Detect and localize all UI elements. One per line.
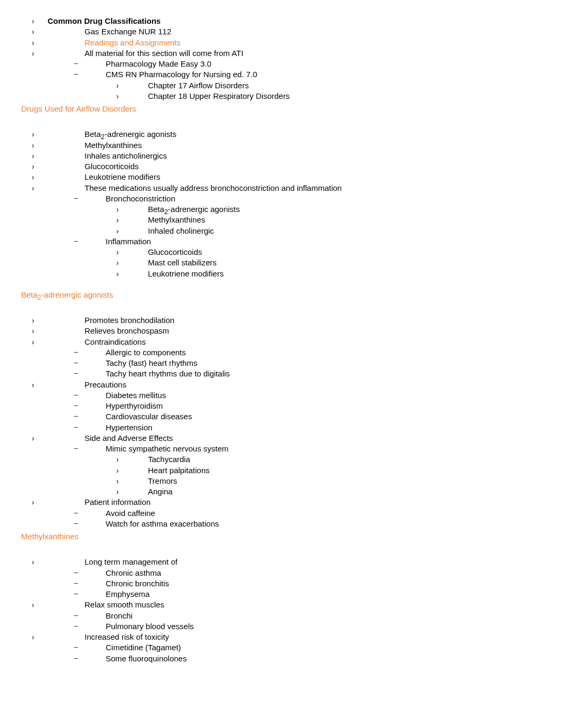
readings-label: Readings and Assignments [48, 38, 181, 47]
beta2-promotes-text: Promotes bronchodilation [48, 316, 174, 325]
airflow-beta2: Beta2-adrenergic agonists [21, 129, 529, 140]
beta2-list: Promotes bronchodilation Relieves bronch… [21, 315, 529, 529]
beta2-se-angina: Angina [21, 486, 529, 497]
chapter-18: Chapter 18 Upper Respiratory Disorders [21, 91, 529, 102]
document-outline: Common Drug Classifications Gas Exchange… [21, 16, 529, 102]
beta2-promotes: Promotes bronchodilation [21, 315, 529, 326]
airflow-address-text: These medications usually address bronch… [48, 183, 342, 192]
airflow-gluco: Glucocorticoids [21, 161, 529, 172]
methyl-relax: Relax smooth muscles [21, 600, 529, 610]
methyl-relax-bronchi: Bronchi [21, 611, 529, 621]
document-title: Common Drug Classifications [48, 16, 161, 25]
beta2-pre-hyper: Hyperthyroidism [21, 401, 529, 411]
section-beta2-header: Beta2-adrenergic agonists [21, 290, 529, 300]
material-pharm-easy: Pharmacology Made Easy 3.0 [21, 59, 529, 69]
beta2-se-tachy: Tachycardia [21, 454, 529, 465]
airflow-infl-gluco: Glucocorticoids [21, 247, 529, 257]
beta2-se-tachy-text: Tachycardia [132, 455, 190, 464]
methyl-relax-bronchi-text: Bronchi [90, 611, 133, 620]
beta2-ci-tachy: Tachy (fast) heart rhythms [21, 358, 529, 368]
cms-rn-text: CMS RN Pharmacology for Nursing ed. 7.0 [90, 70, 257, 79]
beta2-pi-text: Patient information [48, 497, 151, 506]
beta2-pre-cardio-text: Cardiovascular diseases [90, 412, 192, 421]
beta2-ci-allergic: Allergic to components [21, 347, 529, 358]
section-airflow-header: Drugs Used for Airflow Disorders [21, 104, 529, 114]
methyl-longterm: Long term management of [21, 557, 529, 567]
beta2-se-mimic: Mimic sympathetic nervous system [21, 444, 529, 454]
airflow-leuko: Leukotriene modifiers [21, 172, 529, 182]
methyl-lt-asthma-text: Chronic asthma [90, 568, 161, 577]
airflow-broncho-beta2: Beta2-adrenergic agonists [21, 204, 529, 215]
airflow-gluco-text: Glucocorticoids [48, 162, 139, 171]
beta2-pre-htn-text: Hypertension [90, 423, 152, 432]
airflow-address: These medications usually address bronch… [21, 183, 529, 193]
beta2-ci: Contraindications [21, 337, 529, 347]
beta2-pi-caffeine-text: Avoid caffeine [90, 509, 155, 518]
airflow-infl-mast: Mast cell stabilizers [21, 257, 529, 268]
methyl-lt-emphysema: Emphysema [21, 589, 529, 600]
methyl-list: Long term management of Chronic asthma C… [21, 557, 529, 664]
beta2-pre-htn: Hypertension [21, 422, 529, 433]
title-item: Common Drug Classifications [21, 16, 529, 26]
beta2-pre-dm-text: Diabetes mellitus [90, 391, 166, 400]
section-methyl-header: Methylxanthines [21, 531, 529, 542]
methyl-toxicity: Increased risk of toxicity [21, 632, 529, 642]
airflow-inhales: Inhales anticholinergics [21, 151, 529, 161]
beta2-se-palp-text: Heart palpitations [132, 466, 210, 475]
methyl-tox-cimetidine-text: Cimetidine (Tagamet) [90, 643, 181, 652]
readings-item: Readings and Assignments [21, 38, 529, 48]
material-intro-item: All material for this section will come … [21, 48, 529, 59]
beta2-relieves-text: Relieves bronchospasm [48, 326, 169, 335]
airflow-broncho-beta2-text: Beta2-adrenergic agonists [132, 205, 240, 214]
beta2-ci-text: Contraindications [48, 337, 146, 346]
airflow-inflammation-text: Inflammation [90, 237, 151, 246]
methyl-relax-pulm: Pulmonary blood vessels [21, 621, 529, 632]
methyl-relax-text: Relax smooth muscles [48, 600, 164, 609]
methyl-lt-bronchitis-text: Chronic bronchitis [90, 579, 169, 588]
chapter-18-text: Chapter 18 Upper Respiratory Disorders [132, 91, 289, 100]
beta2-pre-hyper-text: Hyperthyroidism [90, 401, 163, 410]
airflow-broncho: Bronchoconstriction [21, 193, 529, 204]
airflow-infl-leuko-text: Leukotriene modifiers [132, 269, 223, 278]
airflow-inflammation: Inflammation [21, 236, 529, 247]
beta2-pi: Patient information [21, 497, 529, 508]
airflow-list: Beta2-adrenergic agonists Methylxanthine… [21, 129, 529, 279]
airflow-infl-gluco-text: Glucocorticoids [132, 247, 202, 256]
methyl-longterm-text: Long term management of [48, 557, 177, 566]
course-text: Gas Exchange NUR 112 [48, 27, 171, 36]
airflow-broncho-methyl-text: Methylxanthines [132, 215, 205, 224]
airflow-beta2-text: Beta2-adrenergic agonists [48, 130, 176, 139]
beta2-pre-dm: Diabetes mellitus [21, 390, 529, 401]
beta2-pi-asthma: Watch for asthma exacerbations [21, 519, 529, 529]
methyl-tox-cimetidine: Cimetidine (Tagamet) [21, 642, 529, 653]
material-intro-text: All material for this section will come … [48, 49, 244, 58]
airflow-leuko-text: Leukotriene modifiers [48, 172, 160, 181]
beta2-relieves: Relieves bronchospasm [21, 326, 529, 336]
methyl-lt-asthma: Chronic asthma [21, 568, 529, 578]
airflow-broncho-text: Bronchoconstriction [90, 194, 175, 203]
airflow-infl-leuko: Leukotriene modifiers [21, 269, 529, 279]
beta2-pi-caffeine: Avoid caffeine [21, 508, 529, 519]
beta2-ci-tachy-dig-text: Tachy heart rhythms due to digitalis [90, 369, 230, 378]
airflow-methyl-text: Methylxanthines [48, 141, 142, 150]
beta2-se: Side and Adverse Effects [21, 433, 529, 444]
beta2-ci-tachy-text: Tachy (fast) heart rhythms [90, 358, 197, 367]
methyl-toxicity-text: Increased risk of toxicity [48, 632, 169, 641]
beta2-se-tremors-text: Tremors [132, 476, 177, 485]
beta2-se-text: Side and Adverse Effects [48, 434, 173, 443]
beta2-precautions-text: Precautions [48, 380, 126, 389]
methyl-tox-fluoro: Some fluoroquinolones [21, 653, 529, 664]
beta2-pi-asthma-text: Watch for asthma exacerbations [90, 519, 219, 528]
methyl-lt-emphysema-text: Emphysema [90, 589, 149, 598]
airflow-broncho-methyl: Methylxanthines [21, 215, 529, 225]
airflow-methyl: Methylxanthines [21, 140, 529, 151]
airflow-inhales-text: Inhales anticholinergics [48, 151, 167, 160]
chapter-17-text: Chapter 17 Airflow Disorders [132, 81, 249, 90]
material-cms-rn: CMS RN Pharmacology for Nursing ed. 7.0 [21, 69, 529, 80]
airflow-broncho-inhaled: Inhaled cholinergic [21, 226, 529, 236]
beta2-ci-tachy-dig: Tachy heart rhythms due to digitalis [21, 368, 529, 379]
methyl-lt-bronchitis: Chronic bronchitis [21, 578, 529, 589]
beta2-se-mimic-text: Mimic sympathetic nervous system [90, 444, 229, 453]
methyl-tox-fluoro-text: Some fluoroquinolones [90, 654, 186, 663]
beta2-se-angina-text: Angina [132, 487, 173, 496]
